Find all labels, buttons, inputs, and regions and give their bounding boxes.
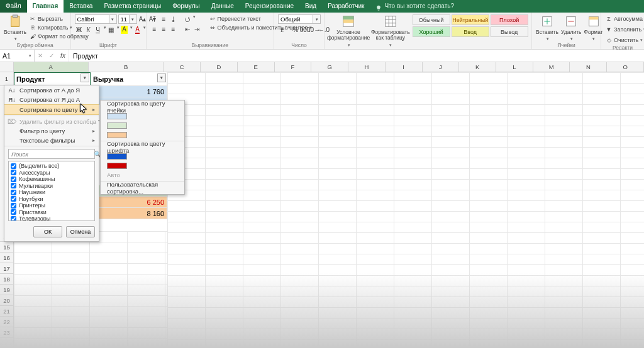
col-header-B[interactable]: B — [89, 62, 164, 72]
indent-decrease-icon[interactable]: ⇤ — [183, 24, 192, 33]
col-header-A[interactable]: A — [14, 62, 89, 72]
orientation-icon[interactable]: ⭯ — [183, 14, 192, 23]
cancel-formula-icon[interactable]: ✕ — [35, 52, 46, 59]
check-item[interactable]: Ноутбуки — [11, 196, 92, 203]
formula-input[interactable] — [69, 50, 644, 62]
row-header-21[interactable]: 21 — [0, 306, 13, 317]
menu-file[interactable]: Файл — [0, 0, 27, 13]
filter-cancel-button[interactable]: Отмена — [66, 226, 95, 237]
filter-checklist[interactable]: (Выделить все) Аксессуары Кофемашины Мул… — [8, 161, 95, 221]
row-header-15[interactable]: 15 — [0, 242, 13, 253]
col-header-G[interactable]: G — [311, 62, 348, 72]
cell-B1[interactable]: Выручка ▾ — [91, 72, 167, 86]
check-item[interactable]: Телевизоры — [11, 215, 92, 221]
cell-B12[interactable]: 6 250 — [91, 197, 167, 208]
menu-insert[interactable]: Вставка — [64, 0, 98, 13]
select-all-corner[interactable] — [0, 62, 14, 72]
delete-cells-button[interactable]: Удалить▾ — [561, 14, 581, 41]
text-filters[interactable]: Текстовые фильтры ▸ — [4, 136, 99, 145]
custom-sort[interactable]: Пользовательская сортировка... — [101, 183, 184, 192]
row-header-17[interactable]: 17 — [0, 263, 13, 274]
number-format-combo[interactable] — [278, 14, 313, 24]
menu-home[interactable]: Главная — [27, 0, 64, 13]
align-left-icon[interactable]: ≡ — [150, 24, 159, 33]
fill-color-button[interactable]: А — [120, 25, 129, 34]
check-item[interactable]: Приставки — [11, 209, 92, 216]
name-box-caret-icon[interactable]: ▾ — [29, 53, 31, 58]
font-color-option[interactable] — [101, 161, 184, 170]
check-item[interactable]: Аксессуары — [11, 170, 92, 177]
menu-developer[interactable]: Разработчик — [322, 0, 370, 13]
sort-by-color[interactable]: Сортировка по цвету ▸ — [4, 104, 99, 115]
check-item[interactable]: Кофемашины — [11, 176, 92, 183]
accounting-icon[interactable]: ₽ — [278, 25, 287, 34]
row-header-20[interactable]: 20 — [0, 295, 13, 306]
col-header-H[interactable]: H — [348, 62, 386, 72]
row-header-16[interactable]: 16 — [0, 253, 13, 263]
font-name-combo[interactable] — [75, 14, 109, 24]
insert-cells-button[interactable]: Вставить▾ — [536, 14, 558, 41]
filter-search-input[interactable] — [9, 151, 94, 158]
col-header-C[interactable]: C — [164, 62, 201, 72]
row-header-23[interactable]: 23 — [0, 327, 13, 338]
fill-button[interactable]: ▼Заполнить▾ — [605, 25, 644, 33]
sort-az[interactable]: А↓ Сортировка от А до Я — [4, 85, 99, 95]
style-good[interactable]: Хороший — [413, 26, 450, 37]
number-format-caret[interactable]: ▾ — [313, 14, 321, 24]
style-input[interactable]: Ввод — [452, 26, 489, 37]
style-neutral[interactable]: Нейтральный — [452, 14, 489, 25]
sort-za[interactable]: Я↓ Сортировка от Я до А — [4, 95, 99, 104]
cell-styles-gallery[interactable]: Обычный Нейтральный Плохой Хороший Ввод … — [413, 14, 528, 37]
col-header-N[interactable]: N — [570, 62, 607, 72]
col-header-E[interactable]: E — [238, 62, 275, 72]
font-name-caret[interactable]: ▾ — [109, 14, 117, 24]
autosum-button[interactable]: ΣАвтосумма▾ — [605, 14, 644, 23]
check-all[interactable]: (Выделить все) — [11, 163, 92, 170]
indent-increase-icon[interactable]: ⇥ — [192, 24, 201, 33]
check-item[interactable]: Мультиварки — [11, 183, 92, 190]
align-middle-icon[interactable]: ≡ — [160, 14, 169, 23]
col-header-L[interactable]: L — [496, 62, 533, 72]
border-button[interactable]: ▦ — [107, 25, 116, 34]
worksheet-grid[interactable]: A B C D E F G H I J K L M N O 1 14 15 16… — [0, 62, 644, 348]
menu-page-layout[interactable]: Разметка страницы — [98, 0, 167, 13]
font-color-button[interactable]: А — [133, 25, 142, 34]
col-header-D[interactable]: D — [201, 62, 238, 72]
cell-color-option[interactable] — [101, 121, 184, 130]
filter-button-A[interactable]: ▾ — [80, 73, 89, 82]
row-header-22[interactable]: 22 — [0, 317, 13, 327]
menu-review[interactable]: Рецензирование — [240, 0, 299, 13]
cell-B2[interactable]: 1 760 — [91, 86, 167, 97]
align-center-icon[interactable]: ≡ — [160, 24, 169, 33]
check-item[interactable]: Принтеры — [11, 202, 92, 209]
col-header-I[interactable]: I — [386, 62, 423, 72]
style-bad[interactable]: Плохой — [491, 14, 528, 25]
col-header-M[interactable]: M — [533, 62, 570, 72]
style-output[interactable]: Вывод — [491, 26, 528, 37]
menu-view[interactable]: Вид — [299, 0, 322, 13]
cell-color-option[interactable] — [101, 130, 184, 139]
row-header-19[interactable]: 19 — [0, 285, 13, 295]
font-size-combo[interactable] — [118, 14, 130, 24]
menu-formulas[interactable]: Формулы — [167, 0, 206, 13]
italic-button[interactable]: К — [84, 25, 93, 34]
increase-font-icon[interactable]: A▴ — [138, 14, 147, 23]
align-bottom-icon[interactable]: ⭳ — [169, 14, 178, 23]
filter-by-color[interactable]: Фильтр по цвету ▸ — [4, 126, 99, 136]
format-cells-button[interactable]: Формат▾ — [584, 14, 602, 41]
paste-button[interactable]: Вставить ▾ — [4, 14, 26, 41]
check-item[interactable]: Наушники — [11, 189, 92, 196]
row-header-18[interactable]: 18 — [0, 274, 13, 285]
align-top-icon[interactable]: ⭱ — [150, 14, 159, 23]
col-header-F[interactable]: F — [275, 62, 312, 72]
conditional-formatting-button[interactable]: Условное форматирование▾ — [328, 14, 369, 48]
col-header-K[interactable]: K — [459, 62, 496, 72]
fx-icon[interactable]: fx — [57, 52, 69, 59]
name-box-input[interactable] — [3, 52, 29, 60]
tell-me[interactable]: Что вы хотите сделать? — [370, 0, 460, 13]
filter-button-B[interactable]: ▾ — [157, 73, 166, 82]
menu-data[interactable]: Данные — [206, 0, 240, 13]
cell-A1[interactable]: Продукт ▾ — [14, 72, 91, 86]
align-right-icon[interactable]: ≡ — [169, 24, 178, 33]
style-normal[interactable]: Обычный — [413, 14, 450, 25]
